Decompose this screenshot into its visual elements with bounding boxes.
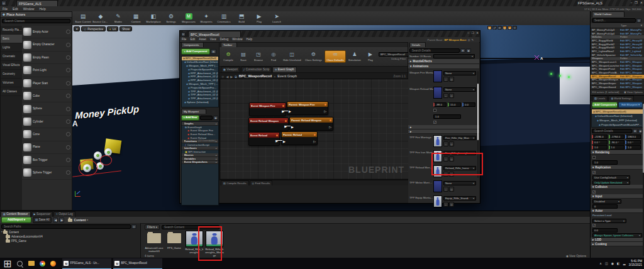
placeable-item[interactable]: Plane <box>22 141 72 154</box>
browser-icon-2[interactable] <box>50 261 56 266</box>
toolbar-button[interactable]: ✎ Modes <box>110 13 126 24</box>
toolbar-button[interactable]: ⬒ Build <box>233 13 250 24</box>
browser-icon[interactable] <box>40 261 45 266</box>
details-search-input[interactable] <box>592 129 632 133</box>
bp-toolbar-button[interactable]: ⚙ Class Settings <box>304 51 323 62</box>
use-selected-asset-icon[interactable]: ← <box>443 93 448 98</box>
grab-handle-icon[interactable] <box>66 68 70 72</box>
property-matrix-icon[interactable]: ⊞ <box>460 48 465 53</box>
close-icon[interactable]: ✕ <box>640 1 643 4</box>
grab-handle-icon[interactable] <box>66 55 70 60</box>
bottom-dock-tab[interactable]: ≡ Output Log <box>53 211 75 217</box>
my-blueprint-row[interactable]: ◆ Event Weapon Fire <box>182 129 218 133</box>
breadcrumb-leaf[interactable]: Event Graph <box>277 74 297 79</box>
actor-level-value[interactable]: Persistent Level <box>592 214 612 217</box>
details-filter-eye-icon[interactable]: ◉ <box>638 129 643 133</box>
menu-item[interactable]: Edit <box>10 7 21 11</box>
placeable-item[interactable]: Sphere Trigger <box>22 167 72 179</box>
section-rendering[interactable]: ▾Rendering <box>591 150 644 155</box>
float-property-field[interactable]: 1.0 <box>433 114 461 119</box>
details-filter-eye-icon[interactable]: ◉ <box>466 48 471 53</box>
transform-field[interactable]: 0.0 ° <box>625 140 641 145</box>
toolbar-button[interactable]: M Megascans <box>180 13 197 24</box>
bp-toolbar-button[interactable]: ◳ Browse <box>252 51 265 62</box>
my-blueprint-row[interactable]: Event Dispatchers + <box>182 161 218 165</box>
asset-picker-dropdown[interactable]: None <box>443 71 476 75</box>
component-search-icon[interactable]: ⊞ <box>211 49 216 54</box>
doc-tab[interactable]: ƒ Construction Scrip <box>241 67 272 72</box>
bp-menu-item[interactable]: File <box>180 38 188 41</box>
save-all-button[interactable]: ▤Save All <box>33 217 52 223</box>
component-tree-item[interactable]: ◈ Weapon_Mesh_FPP (Inh <box>182 64 218 68</box>
asset-thumbnail[interactable] <box>433 70 442 82</box>
camera-speed-icon[interactable]: ◈ <box>508 26 512 30</box>
bp-menu-item[interactable]: Asset <box>197 38 208 41</box>
section-input[interactable]: ▾Input <box>591 194 644 199</box>
outliner-search-input[interactable] <box>592 18 636 23</box>
grab-handle-icon[interactable] <box>66 94 70 98</box>
menu-item[interactable]: File <box>0 7 10 11</box>
section-collision[interactable]: ▾Collision <box>591 185 644 189</box>
use-selected-asset-icon[interactable]: ← <box>443 187 448 192</box>
folder-tree-item[interactable]: ▾ Content <box>0 230 140 234</box>
transform-field[interactable]: 1863.0 <box>625 134 641 139</box>
exec-in-pin[interactable]: ▶ <box>289 110 291 113</box>
parent-base-link[interactable]: BP Weapon Base <box>444 38 466 41</box>
add-component-button[interactable]: + Add Component ▾ <box>592 102 618 108</box>
grab-handle-icon[interactable] <box>66 81 70 85</box>
type-column-header[interactable]: Type <box>621 24 626 27</box>
placeable-item[interactable]: Cube <box>22 90 72 102</box>
menu-item[interactable]: Help <box>36 7 48 11</box>
bp-details-tab[interactable]: Details <box>409 42 426 47</box>
my-blueprint-search-input[interactable] <box>200 116 213 120</box>
file-explorer-icon[interactable] <box>28 261 35 266</box>
browse-to-asset-icon[interactable]: ◎ <box>449 202 454 207</box>
tray-battery-icon[interactable]: ▂ <box>623 261 626 265</box>
bp-toolbar-button[interactable]: ▶ Play <box>364 51 377 62</box>
actor-type-link[interactable]: Edit BP_VehicleSp <box>620 53 643 57</box>
add-new-button[interactable]: + Add New <box>181 115 199 121</box>
toolbar-button[interactable]: ◧ Marketplace <box>145 13 162 24</box>
grab-handle-icon[interactable] <box>66 119 70 124</box>
bottom-dock-tab[interactable]: ▦ Content Browser <box>1 211 31 217</box>
bp-maximize-icon[interactable]: ❐ <box>472 31 474 35</box>
asset-picker-dropdown[interactable]: None <box>443 87 476 92</box>
billboard-scale-field[interactable]: 1.0 <box>592 160 618 165</box>
nav-back-icon[interactable]: ◀ <box>226 75 228 79</box>
search-classes-input[interactable] <box>2 19 70 23</box>
category-item[interactable]: Recently Placed <box>1 26 22 35</box>
add-component-button[interactable]: + Add Component <box>181 48 210 55</box>
placeable-item[interactable]: Point Light <box>22 64 72 77</box>
spawn-collision-dropdown[interactable]: Always Spawn, Ignore Collisions <box>592 233 642 238</box>
use-selected-asset-icon[interactable]: ← <box>443 141 448 146</box>
browse-to-asset-icon[interactable]: ◎ <box>449 141 454 146</box>
taskbar-app-button[interactable]: u FPSGame_ALS - Un... <box>62 258 111 269</box>
actor-type-link[interactable]: Folder <box>620 57 643 60</box>
graph-node[interactable]: Parent: Reload ▶ ▷ <box>281 131 318 145</box>
graph-node[interactable]: Event Weapon Fire ▶ ▷ <box>249 102 286 116</box>
add-row-icon[interactable]: + <box>215 146 217 150</box>
bp-toolbar-button[interactable]: ≔ Class Defaults <box>325 50 346 63</box>
asset-picker-dropdown[interactable]: Equip_Rifle_Standi <box>443 196 476 200</box>
world-outliner-tab[interactable]: World Outliner <box>592 11 625 17</box>
asset-thumbnail[interactable] <box>433 135 442 147</box>
filters-button[interactable]: Filters ▾ <box>145 224 160 230</box>
bp-toolbar-button[interactable]: ♟ Simulation <box>347 51 362 62</box>
edit-blueprint-button[interactable]: Edit Blueprint ▾ <box>618 102 643 108</box>
actor-type-link[interactable]: Edit BPC_Weapon <box>620 82 643 85</box>
exec-out-pin[interactable]: ▷ <box>329 126 331 129</box>
scale-snap-icon[interactable]: ▥ <box>502 26 507 30</box>
tray-volume-icon[interactable]: ◧ <box>617 261 620 265</box>
property-dropdown[interactable] <box>433 54 475 58</box>
category-item[interactable]: All Classes <box>1 87 22 96</box>
actor-type-link[interactable]: Edit BPC_Weapon <box>620 60 643 63</box>
replicates-checkbox[interactable] <box>592 171 596 174</box>
input-priority-field[interactable]: 0 <box>592 204 618 209</box>
actor-type-link[interactable]: Edit BPC_Weapon <box>620 85 643 89</box>
content-breadcrumb[interactable]: Content <box>74 218 86 222</box>
bp-menu-item[interactable]: View <box>208 38 218 41</box>
generate-overlap-checkbox[interactable] <box>592 190 596 194</box>
minimize-icon[interactable]: – <box>631 1 633 4</box>
category-item[interactable]: Geometry <box>1 70 22 79</box>
vector-z-field[interactable]: 0.0 <box>462 102 475 107</box>
